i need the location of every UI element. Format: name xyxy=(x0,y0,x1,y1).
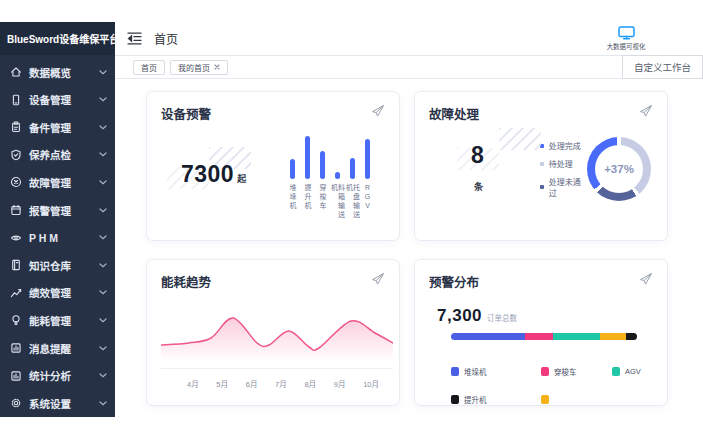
sidebar: BlueSword设备维保平台 数据概览 设备管理 备件管理 保养点检 xyxy=(0,22,115,417)
bar-category-label: 托盘输送机 xyxy=(346,184,360,226)
app-frame: BlueSword设备维保平台 数据概览 设备管理 备件管理 保养点检 xyxy=(0,22,703,417)
warning-bar[interactable] xyxy=(365,139,370,179)
bar-category-label: 料箱输送机 xyxy=(331,184,345,226)
sidebar-item-label: 系统设置 xyxy=(29,396,92,411)
warning-bar[interactable] xyxy=(335,172,340,179)
send-icon[interactable] xyxy=(370,103,386,119)
topbar: 首页 大数据可视化 xyxy=(115,22,703,56)
sidebar-item-message-reminder[interactable]: 消息提醒 xyxy=(0,334,115,362)
chevron-down-icon xyxy=(99,346,107,351)
chevron-down-icon xyxy=(99,180,107,185)
send-icon[interactable] xyxy=(370,271,386,287)
card-title: 预警分布 xyxy=(429,272,653,291)
sidebar-item-statistics[interactable]: 统计分析 xyxy=(0,362,115,390)
legend-item[interactable]: 待处理 xyxy=(540,158,587,169)
sidebar-item-label: 保养点检 xyxy=(29,147,92,162)
tab-label: 首页 xyxy=(141,62,157,73)
legend-item[interactable]: 处理未通过 xyxy=(540,176,587,198)
warning-bar[interactable] xyxy=(320,151,325,179)
dist-legend-item[interactable]: 堆垛机 xyxy=(451,366,541,377)
sidebar-item-alarm-management[interactable]: 报警管理 xyxy=(0,196,115,224)
legend-swatch xyxy=(451,367,459,376)
dist-legend-item[interactable]: 穿梭车 xyxy=(541,366,612,377)
sidebar-menu: 数据概览 设备管理 备件管理 保养点检 故障管理 xyxy=(0,55,115,417)
card-energy-trend: 能耗趋势 4月 5月 xyxy=(146,259,400,406)
performance-trend-icon xyxy=(10,287,22,299)
distribution-stacked-bar[interactable] xyxy=(451,333,637,340)
sidebar-item-knowledge-base[interactable]: 知识仓库 xyxy=(0,251,115,279)
sidebar-item-label: 故障管理 xyxy=(29,175,92,190)
dist-legend-item[interactable]: AGV xyxy=(612,366,668,377)
home-icon xyxy=(10,66,22,78)
month-label: 6月 xyxy=(246,378,258,389)
breadcrumb[interactable]: 首页 xyxy=(154,30,178,47)
chevron-down-icon xyxy=(99,290,107,295)
tab-close-icon[interactable] xyxy=(214,64,220,70)
energy-trend-line-chart[interactable] xyxy=(161,305,393,365)
fault-donut-chart[interactable]: +37% xyxy=(587,137,651,201)
sidebar-item-performance[interactable]: 绩效管理 xyxy=(0,279,115,307)
donut-center-value: +37% xyxy=(595,145,643,193)
legend-swatch xyxy=(612,367,620,376)
spare-parts-icon xyxy=(10,121,22,133)
customize-workbench-button[interactable]: 自定义工作台 xyxy=(622,55,703,79)
sidebar-item-system-settings[interactable]: 系统设置 xyxy=(0,389,115,417)
settings-gear-icon xyxy=(10,397,22,409)
statistics-chart-icon xyxy=(10,370,22,382)
sidebar-item-phm[interactable]: P H M xyxy=(0,224,115,252)
warning-bar[interactable] xyxy=(290,159,295,179)
shield-check-icon xyxy=(10,149,22,161)
bar-category-label: RGV xyxy=(364,184,371,226)
tab-my-home[interactable]: 我的首页 xyxy=(170,60,228,75)
dist-legend-item[interactable] xyxy=(541,394,612,405)
warning-count: 7300起 xyxy=(181,161,247,226)
sidebar-item-energy[interactable]: 能耗管理 xyxy=(0,307,115,335)
warning-bar[interactable] xyxy=(350,158,355,179)
sidebar-item-fault-management[interactable]: 故障管理 xyxy=(0,169,115,197)
month-label: 9月 xyxy=(334,378,346,389)
tabbar: 首页 我的首页 自定义工作台 xyxy=(115,56,703,79)
chevron-down-icon xyxy=(99,125,107,130)
sidebar-item-label: 统计分析 xyxy=(29,368,92,383)
chevron-down-icon xyxy=(99,318,107,323)
chevron-down-icon xyxy=(99,401,107,406)
alarm-calendar-icon xyxy=(10,204,22,216)
sidebar-item-maintenance-check[interactable]: 保养点检 xyxy=(0,141,115,169)
axis-line xyxy=(161,368,393,369)
warning-bar[interactable] xyxy=(305,136,310,179)
card-device-warning: 设备预警 7300起 xyxy=(146,91,400,241)
app-logo: BlueSword设备维保平台 xyxy=(0,22,115,55)
tab-home[interactable]: 首页 xyxy=(133,60,165,75)
dist-bar-segment xyxy=(451,333,525,340)
sidebar-item-spare-parts[interactable]: 备件管理 xyxy=(0,113,115,141)
knowledge-book-icon xyxy=(10,259,22,271)
dist-legend-item[interactable]: 提升机 xyxy=(451,394,541,405)
sidebar-item-label: 报警管理 xyxy=(29,203,92,218)
legend-item[interactable]: 处理完成 xyxy=(540,140,587,151)
count-unit: 条 xyxy=(474,182,484,192)
sidebar-fold-icon[interactable] xyxy=(127,32,142,45)
count-unit: 起 xyxy=(237,174,247,184)
card-warning-distribution: 预警分布 7,300 订单总数 堆垛机 穿梭车 xyxy=(414,259,668,406)
sidebar-item-label: 数据概览 xyxy=(29,65,92,80)
legend-swatch xyxy=(541,367,549,376)
send-icon[interactable] xyxy=(638,103,654,119)
sidebar-item-data-overview[interactable]: 数据概览 xyxy=(0,58,115,86)
chevron-down-icon xyxy=(99,235,107,240)
sidebar-item-label: 备件管理 xyxy=(29,120,92,135)
card-title: 能耗趋势 xyxy=(161,272,385,291)
message-chart-icon xyxy=(10,342,22,354)
hatch-decoration xyxy=(499,128,541,150)
bar-category-label: 堆垛机 xyxy=(289,184,296,226)
dist-bar-segment xyxy=(626,333,637,340)
order-total-caption: 订单总数 xyxy=(487,312,517,323)
device-icon xyxy=(10,94,22,106)
chevron-down-icon xyxy=(99,263,107,268)
dist-bar-segment xyxy=(553,333,600,340)
send-icon[interactable] xyxy=(638,271,654,287)
sidebar-item-device-management[interactable]: 设备管理 xyxy=(0,86,115,114)
big-data-viz-link[interactable]: 大数据可视化 xyxy=(605,26,647,51)
main-area: 首页 大数据可视化 首页 我的首页 自定义工作台 设备预警 xyxy=(115,22,703,417)
energy-bulb-icon xyxy=(10,314,22,326)
fault-legend-dot xyxy=(540,162,544,166)
